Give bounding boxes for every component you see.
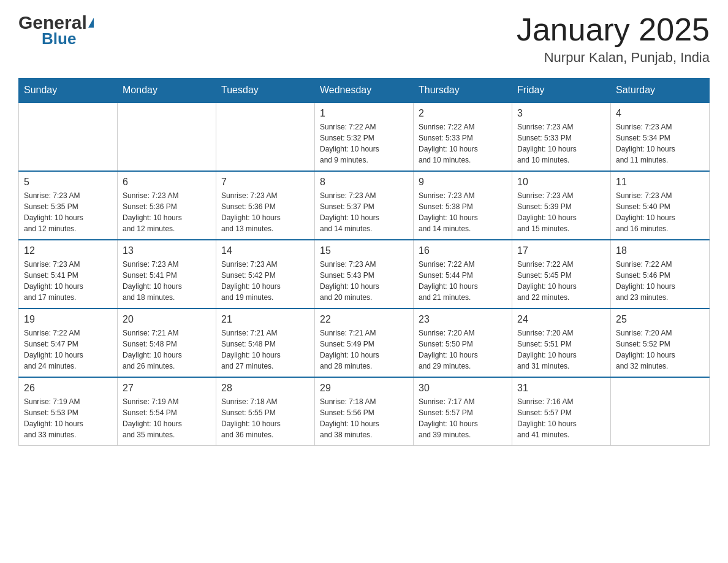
calendar-cell: 11Sunrise: 7:23 AM Sunset: 5:40 PM Dayli…	[611, 171, 710, 240]
day-number: 20	[123, 314, 211, 325]
calendar-cell: 30Sunrise: 7:17 AM Sunset: 5:57 PM Dayli…	[414, 377, 512, 446]
day-info: Sunrise: 7:22 AM Sunset: 5:33 PM Dayligh…	[419, 121, 507, 166]
day-info: Sunrise: 7:23 AM Sunset: 5:38 PM Dayligh…	[419, 190, 507, 234]
week-row-2: 5Sunrise: 7:23 AM Sunset: 5:35 PM Daylig…	[19, 171, 710, 240]
title-area: January 2025 Nurpur Kalan, Punjab, India	[517, 12, 710, 66]
day-info: Sunrise: 7:22 AM Sunset: 5:44 PM Dayligh…	[419, 259, 507, 303]
calendar-cell: 13Sunrise: 7:23 AM Sunset: 5:41 PM Dayli…	[118, 240, 216, 308]
calendar-cell: 2Sunrise: 7:22 AM Sunset: 5:33 PM Daylig…	[414, 102, 512, 171]
calendar-cell: 8Sunrise: 7:23 AM Sunset: 5:37 PM Daylig…	[315, 171, 414, 240]
calendar-cell: 4Sunrise: 7:23 AM Sunset: 5:34 PM Daylig…	[611, 102, 710, 171]
calendar-cell: 7Sunrise: 7:23 AM Sunset: 5:36 PM Daylig…	[216, 171, 315, 240]
calendar-cell	[216, 102, 315, 171]
day-number: 2	[419, 108, 507, 119]
logo-triangle-icon	[88, 18, 94, 28]
day-info: Sunrise: 7:16 AM Sunset: 5:57 PM Dayligh…	[517, 396, 605, 440]
calendar-cell	[118, 102, 216, 171]
week-row-4: 19Sunrise: 7:22 AM Sunset: 5:47 PM Dayli…	[19, 308, 710, 377]
day-number: 26	[24, 383, 112, 394]
header-cell-sunday: Sunday	[19, 79, 118, 103]
calendar-cell: 16Sunrise: 7:22 AM Sunset: 5:44 PM Dayli…	[414, 240, 512, 308]
day-number: 21	[221, 314, 309, 325]
day-info: Sunrise: 7:23 AM Sunset: 5:34 PM Dayligh…	[616, 121, 704, 166]
header-cell-thursday: Thursday	[414, 79, 512, 103]
calendar-cell: 26Sunrise: 7:19 AM Sunset: 5:53 PM Dayli…	[19, 377, 118, 446]
page-header: General Blue January 2025 Nurpur Kalan, …	[18, 12, 710, 66]
day-number: 14	[221, 245, 309, 256]
calendar-cell: 1Sunrise: 7:22 AM Sunset: 5:32 PM Daylig…	[315, 102, 414, 171]
day-number: 12	[24, 245, 112, 256]
calendar-cell: 18Sunrise: 7:22 AM Sunset: 5:46 PM Dayli…	[611, 240, 710, 308]
calendar-cell: 19Sunrise: 7:22 AM Sunset: 5:47 PM Dayli…	[19, 308, 118, 377]
day-info: Sunrise: 7:22 AM Sunset: 5:46 PM Dayligh…	[616, 259, 704, 303]
day-number: 24	[517, 314, 605, 325]
day-info: Sunrise: 7:22 AM Sunset: 5:45 PM Dayligh…	[517, 259, 605, 303]
calendar-cell: 12Sunrise: 7:23 AM Sunset: 5:41 PM Dayli…	[19, 240, 118, 308]
day-number: 27	[123, 383, 211, 394]
logo-blue-text: Blue	[42, 29, 94, 48]
day-number: 28	[221, 383, 309, 394]
day-number: 23	[419, 314, 507, 325]
day-info: Sunrise: 7:23 AM Sunset: 5:36 PM Dayligh…	[221, 190, 309, 234]
day-info: Sunrise: 7:23 AM Sunset: 5:41 PM Dayligh…	[123, 259, 211, 303]
calendar-cell: 27Sunrise: 7:19 AM Sunset: 5:54 PM Dayli…	[118, 377, 216, 446]
calendar-cell: 22Sunrise: 7:21 AM Sunset: 5:49 PM Dayli…	[315, 308, 414, 377]
calendar-body: 1Sunrise: 7:22 AM Sunset: 5:32 PM Daylig…	[19, 102, 710, 446]
header-row: SundayMondayTuesdayWednesdayThursdayFrid…	[19, 79, 710, 103]
calendar-cell	[611, 377, 710, 446]
day-number: 4	[616, 108, 704, 119]
calendar-title: January 2025	[517, 12, 710, 47]
calendar-cell: 9Sunrise: 7:23 AM Sunset: 5:38 PM Daylig…	[414, 171, 512, 240]
day-info: Sunrise: 7:20 AM Sunset: 5:51 PM Dayligh…	[517, 327, 605, 372]
calendar-cell: 17Sunrise: 7:22 AM Sunset: 5:45 PM Dayli…	[512, 240, 611, 308]
day-number: 10	[517, 177, 605, 188]
day-info: Sunrise: 7:21 AM Sunset: 5:49 PM Dayligh…	[320, 327, 408, 372]
day-info: Sunrise: 7:18 AM Sunset: 5:56 PM Dayligh…	[320, 396, 408, 440]
calendar-cell: 28Sunrise: 7:18 AM Sunset: 5:55 PM Dayli…	[216, 377, 315, 446]
day-info: Sunrise: 7:23 AM Sunset: 5:41 PM Dayligh…	[24, 259, 112, 303]
calendar-cell: 5Sunrise: 7:23 AM Sunset: 5:35 PM Daylig…	[19, 171, 118, 240]
day-number: 3	[517, 108, 605, 119]
day-info: Sunrise: 7:22 AM Sunset: 5:47 PM Dayligh…	[24, 327, 112, 372]
day-info: Sunrise: 7:19 AM Sunset: 5:54 PM Dayligh…	[123, 396, 211, 440]
calendar-cell: 10Sunrise: 7:23 AM Sunset: 5:39 PM Dayli…	[512, 171, 611, 240]
calendar-cell: 6Sunrise: 7:23 AM Sunset: 5:36 PM Daylig…	[118, 171, 216, 240]
day-info: Sunrise: 7:23 AM Sunset: 5:40 PM Dayligh…	[616, 190, 704, 234]
calendar-cell: 14Sunrise: 7:23 AM Sunset: 5:42 PM Dayli…	[216, 240, 315, 308]
day-info: Sunrise: 7:23 AM Sunset: 5:42 PM Dayligh…	[221, 259, 309, 303]
week-row-5: 26Sunrise: 7:19 AM Sunset: 5:53 PM Dayli…	[19, 377, 710, 446]
day-info: Sunrise: 7:23 AM Sunset: 5:39 PM Dayligh…	[517, 190, 605, 234]
day-number: 8	[320, 177, 408, 188]
day-info: Sunrise: 7:17 AM Sunset: 5:57 PM Dayligh…	[419, 396, 507, 440]
calendar-cell: 15Sunrise: 7:23 AM Sunset: 5:43 PM Dayli…	[315, 240, 414, 308]
day-info: Sunrise: 7:20 AM Sunset: 5:52 PM Dayligh…	[616, 327, 704, 372]
day-number: 1	[320, 108, 408, 119]
day-number: 7	[221, 177, 309, 188]
calendar-cell: 31Sunrise: 7:16 AM Sunset: 5:57 PM Dayli…	[512, 377, 611, 446]
day-number: 11	[616, 177, 704, 188]
calendar-cell: 25Sunrise: 7:20 AM Sunset: 5:52 PM Dayli…	[611, 308, 710, 377]
header-cell-wednesday: Wednesday	[315, 79, 414, 103]
day-number: 22	[320, 314, 408, 325]
calendar-cell: 23Sunrise: 7:20 AM Sunset: 5:50 PM Dayli…	[414, 308, 512, 377]
calendar-cell: 3Sunrise: 7:23 AM Sunset: 5:33 PM Daylig…	[512, 102, 611, 171]
calendar-subtitle: Nurpur Kalan, Punjab, India	[517, 50, 710, 66]
calendar-header: SundayMondayTuesdayWednesdayThursdayFrid…	[19, 79, 710, 103]
week-row-3: 12Sunrise: 7:23 AM Sunset: 5:41 PM Dayli…	[19, 240, 710, 308]
day-info: Sunrise: 7:21 AM Sunset: 5:48 PM Dayligh…	[221, 327, 309, 372]
day-number: 17	[517, 245, 605, 256]
header-cell-friday: Friday	[512, 79, 611, 103]
day-info: Sunrise: 7:23 AM Sunset: 5:37 PM Dayligh…	[320, 190, 408, 234]
logo: General Blue	[18, 12, 94, 48]
day-number: 13	[123, 245, 211, 256]
day-info: Sunrise: 7:20 AM Sunset: 5:50 PM Dayligh…	[419, 327, 507, 372]
day-info: Sunrise: 7:22 AM Sunset: 5:32 PM Dayligh…	[320, 121, 408, 166]
day-info: Sunrise: 7:19 AM Sunset: 5:53 PM Dayligh…	[24, 396, 112, 440]
calendar-cell	[19, 102, 118, 171]
calendar-cell: 24Sunrise: 7:20 AM Sunset: 5:51 PM Dayli…	[512, 308, 611, 377]
day-number: 6	[123, 177, 211, 188]
day-info: Sunrise: 7:23 AM Sunset: 5:35 PM Dayligh…	[24, 190, 112, 234]
day-number: 25	[616, 314, 704, 325]
calendar-cell: 20Sunrise: 7:21 AM Sunset: 5:48 PM Dayli…	[118, 308, 216, 377]
day-number: 29	[320, 383, 408, 394]
